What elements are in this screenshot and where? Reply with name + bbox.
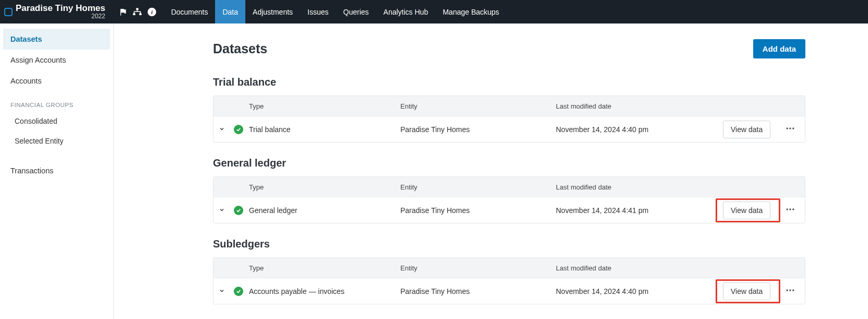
- col-header-entity: Entity: [400, 264, 556, 272]
- svg-point-13: [792, 289, 794, 291]
- col-header-type: Type: [247, 102, 400, 110]
- col-header-entity: Entity: [400, 183, 556, 191]
- table-row: General ledgerParadise Tiny HomesNovembe…: [213, 197, 805, 223]
- col-header-type: Type: [247, 264, 400, 272]
- section-trial-balance: Trial balanceTypeEntityLast modified dat…: [213, 76, 805, 143]
- col-header-type: Type: [247, 183, 400, 191]
- sidebar-group-label: FINANCIAL GROUPS: [3, 91, 110, 111]
- sidebar: DatasetsAssign AccountsAccountsFINANCIAL…: [0, 23, 114, 319]
- cell-type: Trial balance: [247, 125, 400, 134]
- table-header-row: TypeEntityLast modified date: [213, 96, 805, 116]
- cell-date: November 14, 2024 4:40 pm: [556, 125, 723, 134]
- svg-point-6: [789, 127, 791, 129]
- svg-rect-0: [136, 8, 138, 10]
- chevron-down-icon[interactable]: [213, 287, 230, 296]
- topnav-item-documents[interactable]: Documents: [164, 0, 216, 23]
- hierarchy-icon[interactable]: [133, 8, 142, 16]
- status-ok-icon: [234, 206, 243, 215]
- sidebar-item-consolidated[interactable]: Consolidated: [3, 111, 110, 131]
- flag-icon[interactable]: [119, 8, 127, 16]
- svg-point-5: [787, 127, 788, 129]
- sidebar-item-selected-entity[interactable]: Selected Entity: [3, 131, 110, 151]
- page-header: Datasets Add data: [213, 39, 805, 58]
- view-data-button[interactable]: View data: [723, 202, 770, 219]
- add-data-button[interactable]: Add data: [753, 39, 805, 58]
- table-header-row: TypeEntityLast modified date: [213, 258, 805, 278]
- section-general-ledger: General ledgerTypeEntityLast modified da…: [213, 157, 805, 223]
- data-table: TypeEntityLast modified dateAccounts pay…: [213, 257, 805, 304]
- svg-point-9: [789, 208, 791, 210]
- col-header-date: Last modified date: [556, 264, 723, 272]
- topnav-item-queries[interactable]: Queries: [336, 0, 376, 23]
- brand-title: Paradise Tiny Homes: [16, 4, 105, 13]
- table-header-row: TypeEntityLast modified date: [213, 177, 805, 197]
- sidebar-item-datasets[interactable]: Datasets: [3, 29, 110, 50]
- svg-rect-2: [139, 13, 141, 15]
- data-table: TypeEntityLast modified dateGeneral ledg…: [213, 176, 805, 223]
- status-ok-icon: [234, 287, 243, 296]
- topnav-item-data[interactable]: Data: [215, 0, 245, 23]
- topbar-icons: i: [112, 7, 164, 17]
- main-content: Datasets Add data Trial balanceTypeEntit…: [114, 23, 868, 319]
- svg-point-8: [787, 208, 788, 210]
- col-header-date: Last modified date: [556, 183, 723, 191]
- svg-point-12: [789, 289, 791, 291]
- topnav-item-manage-backups[interactable]: Manage Backups: [435, 0, 506, 23]
- cell-entity: Paradise Tiny Homes: [400, 287, 556, 296]
- svg-point-11: [787, 289, 788, 291]
- view-data-button[interactable]: View data: [723, 121, 770, 138]
- table-row: Accounts payable — invoicesParadise Tiny…: [213, 278, 805, 304]
- section-subledgers: SubledgersTypeEntityLast modified dateAc…: [213, 238, 805, 304]
- top-navigation: DocumentsDataAdjustmentsIssuesQueriesAna…: [164, 0, 507, 23]
- brand-text: Paradise Tiny Homes 2022: [16, 4, 105, 19]
- more-options-icon[interactable]: [782, 282, 799, 300]
- cell-entity: Paradise Tiny Homes: [400, 125, 556, 134]
- more-options-icon[interactable]: [782, 201, 799, 219]
- brand-logo-icon: [4, 8, 13, 16]
- topnav-item-adjustments[interactable]: Adjustments: [245, 0, 300, 23]
- col-header-date: Last modified date: [556, 102, 723, 110]
- chevron-down-icon[interactable]: [213, 206, 230, 215]
- svg-rect-1: [133, 13, 135, 15]
- info-icon[interactable]: i: [147, 7, 157, 17]
- sidebar-item-assign-accounts[interactable]: Assign Accounts: [3, 50, 110, 70]
- svg-point-7: [792, 127, 794, 129]
- cell-date: November 14, 2024 4:40 pm: [556, 287, 723, 296]
- table-row: Trial balanceParadise Tiny HomesNovember…: [213, 116, 805, 142]
- cell-date: November 14, 2024 4:41 pm: [556, 206, 723, 215]
- topnav-item-analytics-hub[interactable]: Analytics Hub: [376, 0, 436, 23]
- topbar: Paradise Tiny Homes 2022 i DocumentsData…: [0, 0, 868, 23]
- view-data-button[interactable]: View data: [723, 282, 770, 300]
- section-title: General ledger: [213, 157, 805, 169]
- more-options-icon[interactable]: [782, 120, 799, 138]
- cell-type: General ledger: [247, 206, 400, 215]
- cell-entity: Paradise Tiny Homes: [400, 206, 556, 215]
- topnav-item-issues[interactable]: Issues: [300, 0, 336, 23]
- page-title: Datasets: [213, 41, 267, 56]
- sidebar-item-accounts[interactable]: Accounts: [3, 70, 110, 91]
- sidebar-item-transactions[interactable]: Transactions: [3, 160, 110, 181]
- chevron-down-icon[interactable]: [213, 125, 230, 134]
- cell-type: Accounts payable — invoices: [247, 287, 400, 296]
- section-title: Subledgers: [213, 238, 805, 250]
- brand-year: 2022: [16, 13, 105, 20]
- status-ok-icon: [234, 125, 243, 134]
- brand-block[interactable]: Paradise Tiny Homes 2022: [0, 0, 112, 23]
- col-header-entity: Entity: [400, 102, 556, 110]
- data-table: TypeEntityLast modified dateTrial balanc…: [213, 96, 805, 143]
- section-title: Trial balance: [213, 76, 805, 88]
- svg-point-10: [792, 208, 794, 210]
